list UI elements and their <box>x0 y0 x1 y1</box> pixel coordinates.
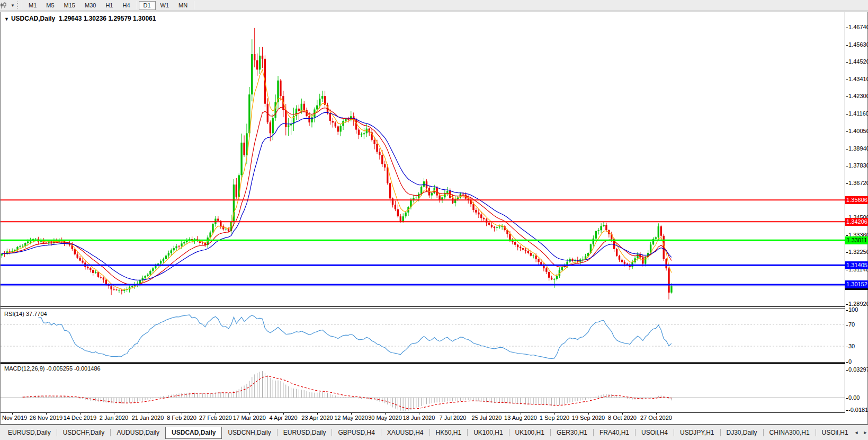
candle-body-up <box>251 54 253 94</box>
toolbar-separator <box>22 1 22 10</box>
toolbar-grip-handle[interactable] <box>17 2 18 9</box>
tab-eurusd-daily[interactable]: EURUSD,Daily <box>278 427 332 438</box>
tab-scroll-right-icon[interactable]: ► <box>863 430 868 435</box>
timeframe-button-m1[interactable]: M1 <box>24 1 41 10</box>
tab-dj30-daily[interactable]: DJ30,Daily <box>721 427 763 438</box>
time-axis-label: 7 Nov 2019 <box>0 415 27 421</box>
time-axis-label: 26 Nov 2019 <box>30 415 62 421</box>
moving-average-slow <box>2 112 672 280</box>
candle-body-down <box>525 250 526 251</box>
candle-body-down <box>308 116 310 122</box>
time-axis-label: 4 Apr 2020 <box>269 415 297 421</box>
tab-usoil-h4[interactable]: USOil,H4 <box>636 427 674 438</box>
timeframe-button-h4[interactable]: H4 <box>118 1 135 10</box>
candle-body-down <box>262 56 263 59</box>
candlestick-glyph-icon <box>0 2 7 9</box>
candle-body-up <box>319 99 320 105</box>
candle-body-up <box>420 187 422 194</box>
tab-usdcnh-daily[interactable]: USDCNH,Daily <box>222 427 276 438</box>
tab-uk100-h1[interactable]: UK100,H1 <box>509 427 550 438</box>
tab-ger30-h1[interactable]: GER30,H1 <box>551 427 593 438</box>
tab-audusd-daily[interactable]: AUDUSD,Daily <box>111 427 165 438</box>
candle-body-up <box>95 272 96 273</box>
candle-body-up <box>670 286 672 293</box>
candle-body-up <box>225 229 227 230</box>
candle-body-down <box>243 143 245 155</box>
tab-fra40-h1[interactable]: FRA40,H1 <box>594 427 635 438</box>
candle-body-down <box>256 60 258 70</box>
candle-body-up <box>366 129 368 134</box>
time-axis-label: 7 Jul 2020 <box>440 415 467 421</box>
candle-body-up <box>582 259 584 260</box>
tab-scroll-left-icon[interactable]: ◄ <box>854 430 859 435</box>
rsi-indicator-label: RSI(14) 37.7704 <box>4 311 47 317</box>
candle-body-up <box>316 105 318 110</box>
candle-body-down <box>280 81 281 96</box>
candle-body-up <box>499 226 500 227</box>
candle-body-down <box>110 286 112 289</box>
rsi-chart[interactable] <box>1 309 845 362</box>
candle-body-down <box>522 248 524 250</box>
tab-usdchf-daily[interactable]: USDCHF,Daily <box>57 427 111 438</box>
timeframe-button-w1[interactable]: W1 <box>156 1 174 10</box>
tab-gbpusd-h4[interactable]: GBPUSD,H4 <box>332 427 380 438</box>
tick-mark <box>846 45 848 46</box>
candle-body-up <box>259 56 261 69</box>
tick-mark <box>846 28 848 28</box>
tick-mark <box>846 304 848 305</box>
candle-body-up <box>131 286 133 287</box>
candle-body-down <box>627 264 628 265</box>
price-level-badge: 1.31405 <box>845 261 868 269</box>
macd-signal-line <box>23 376 672 409</box>
timeframe-button-m15[interactable]: M15 <box>59 1 80 10</box>
candle-body-up <box>147 275 148 276</box>
tab-eurusd-daily[interactable]: EURUSD,Daily <box>2 427 57 438</box>
tab-usoil-h1[interactable]: USOil,H1 <box>816 427 854 438</box>
candle-body-up <box>645 257 646 263</box>
candle-body-up <box>19 246 21 247</box>
tab-uk100-h1[interactable]: UK100,H1 <box>468 427 508 438</box>
time-axis-label: 30 May 2020 <box>368 415 402 421</box>
collapse-triangle-icon[interactable]: ▼ <box>4 16 9 22</box>
price-level-badge: 1.34206 <box>845 218 868 226</box>
timeframe-button-mn[interactable]: MN <box>174 1 192 10</box>
chart-title-ohlc: 1.29643 1.30236 1.29579 1.30061 <box>59 15 156 22</box>
panel-border <box>1 306 845 307</box>
candle-body-up <box>321 96 323 99</box>
candle-body-down <box>202 243 203 243</box>
tick-mark <box>846 62 848 63</box>
tab-china300-h1[interactable]: CHINA300,H1 <box>764 427 816 438</box>
price-axis-tick: 1.32250 <box>846 249 868 255</box>
candle-body-up <box>423 181 425 187</box>
timeframe-button-d1[interactable]: D1 <box>139 1 156 10</box>
chart-type-icon[interactable] <box>1 2 10 10</box>
moving-average-medium <box>2 108 672 285</box>
timeframe-button-m30[interactable]: M30 <box>80 1 101 10</box>
candle-body-down <box>329 113 331 121</box>
candle-body-down <box>355 120 357 130</box>
tab-scroll-arrows: ◄ ► <box>854 430 868 435</box>
price-axis-tick: 1.46740 <box>846 24 868 30</box>
candle-body-up <box>160 261 162 263</box>
candlestick-chart[interactable] <box>1 12 845 306</box>
candle-body-down <box>517 245 518 248</box>
candle-body-up <box>165 256 167 259</box>
tab-hk50-h1[interactable]: HK50,H1 <box>430 427 468 438</box>
macd-axis-tick: 0.032972 <box>846 366 868 373</box>
symbol-tab-bar: EURUSD,DailyUSDCHF,DailyAUDUSD,DailyUSDC… <box>0 425 868 440</box>
tab-usdcad-daily[interactable]: USDCAD,Daily <box>165 427 222 439</box>
chart-type-dropdown-caret-icon[interactable]: ▼ <box>10 3 16 8</box>
macd-chart[interactable] <box>1 364 845 412</box>
top-toolbar: ▼ M1M5M15M30H1H4D1W1MN <box>0 0 868 11</box>
candle-body-down <box>619 256 620 260</box>
candle-body-up <box>598 230 599 231</box>
candle-body-down <box>100 277 102 278</box>
candle-body-up <box>171 250 172 253</box>
candle-body-down <box>82 261 83 263</box>
candle-body-up <box>144 276 146 278</box>
timeframe-button-h1[interactable]: H1 <box>101 1 118 10</box>
tab-usdjpy-h1[interactable]: USDJPY,H1 <box>674 427 720 438</box>
timeframe-button-m5[interactable]: M5 <box>41 1 59 10</box>
tab-xauusd-h4[interactable]: XAUUSD,H4 <box>381 427 429 438</box>
candle-body-down <box>379 152 380 155</box>
